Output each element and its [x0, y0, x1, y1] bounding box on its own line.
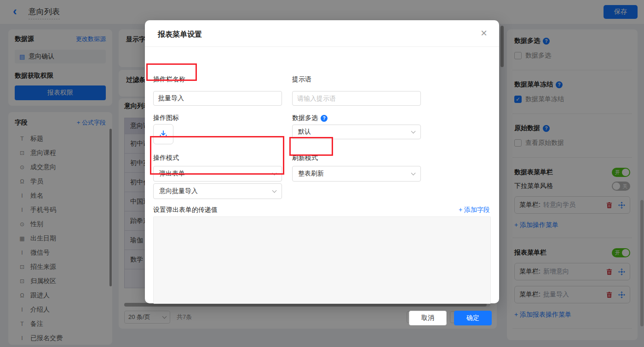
- transfer-value-panel[interactable]: [153, 216, 491, 304]
- tooltip-input[interactable]: [292, 91, 421, 106]
- action-mode-label: 操作模式: [153, 154, 179, 162]
- action-mode-dropdown[interactable]: 弹出表单: [153, 166, 282, 182]
- download-icon: [158, 129, 168, 139]
- chevron-down-icon: [411, 129, 416, 134]
- add-field-link[interactable]: + 添加字段: [459, 206, 490, 214]
- transfer-value-label: 设置弹出表单的传递值: [153, 206, 218, 214]
- confirm-button[interactable]: 确定: [454, 311, 492, 325]
- chevron-down-icon: [272, 171, 277, 176]
- chevron-down-icon: [411, 171, 416, 176]
- action-icon-label: 操作图标: [153, 114, 179, 122]
- action-name-input[interactable]: [153, 91, 282, 106]
- modal-multi-select-label: 数据多选 ?: [292, 114, 328, 122]
- modal-multi-select-dropdown[interactable]: 默认: [292, 125, 421, 139]
- refresh-mode-label: 刷新模式: [292, 154, 318, 162]
- tooltip-label: 提示语: [292, 75, 311, 84]
- chevron-down-icon: [272, 188, 277, 193]
- close-icon[interactable]: ×: [481, 27, 487, 40]
- report-menu-settings-modal: 报表菜单设置 × 操作栏名称 提示语 操作图标 数据多选 ? 默认: [145, 20, 499, 303]
- question-icon[interactable]: ?: [321, 115, 328, 122]
- screen: ‹ 意向列表 保存 数据源 更改数据源 ▤ 意向确认 数据获取权限 报表权限 字…: [0, 0, 644, 347]
- modal-title: 报表菜单设置: [158, 30, 202, 40]
- cancel-button[interactable]: 取消: [409, 311, 447, 325]
- action-icon-button[interactable]: [153, 124, 173, 144]
- action-target-dropdown[interactable]: 意向批量导入: [153, 183, 282, 199]
- refresh-mode-dropdown[interactable]: 整表刷新: [292, 166, 421, 182]
- action-name-label: 操作栏名称: [153, 75, 185, 84]
